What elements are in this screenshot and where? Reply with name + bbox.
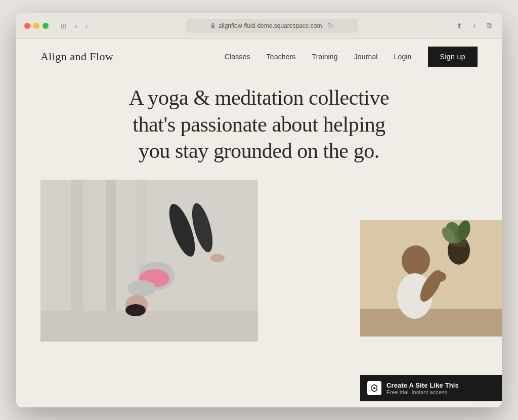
svg-point-13 bbox=[125, 304, 146, 316]
new-tab-button[interactable]: + bbox=[470, 20, 479, 31]
hero-headline: A yoga & meditation collective that's pa… bbox=[117, 85, 401, 164]
svg-point-11 bbox=[127, 280, 156, 297]
minimize-button[interactable] bbox=[33, 23, 39, 29]
nav-training[interactable]: Training bbox=[312, 53, 338, 61]
back-button[interactable]: ‹ bbox=[73, 21, 79, 31]
svg-point-22 bbox=[402, 245, 430, 276]
yoga-pose-image bbox=[40, 180, 258, 342]
hero-section: A yoga & meditation collective that's pa… bbox=[16, 74, 502, 180]
close-button[interactable] bbox=[24, 23, 30, 29]
address-bar-container: alignflow-fluid-demo.squarespace.com ↻ bbox=[96, 19, 448, 33]
squarespace-badge[interactable]: Create A Site Like This Free trial. Inst… bbox=[360, 375, 502, 401]
squarespace-badge-text: Create A Site Like This Free trial. Inst… bbox=[386, 382, 459, 395]
refresh-icon[interactable]: ↻ bbox=[328, 22, 333, 29]
svg-rect-0 bbox=[211, 25, 214, 28]
lock-icon bbox=[210, 23, 215, 29]
svg-rect-2 bbox=[71, 180, 83, 321]
browser-window: ⊞ ‹ › alignflow-fluid-demo.squarespace.c… bbox=[16, 13, 502, 407]
browser-chrome: ⊞ ‹ › alignflow-fluid-demo.squarespace.c… bbox=[16, 13, 502, 39]
svg-point-26 bbox=[434, 272, 446, 282]
images-section: Create A Site Like This Free trial. Inst… bbox=[16, 180, 502, 408]
svg-rect-3 bbox=[106, 180, 116, 321]
url-text: alignflow-fluid-demo.squarespace.com bbox=[219, 22, 322, 29]
copy-button[interactable]: ⧉ bbox=[485, 20, 494, 31]
svg-point-8 bbox=[210, 254, 225, 262]
squarespace-badge-subtitle: Free trial. Instant access. bbox=[386, 389, 459, 395]
nav-teachers[interactable]: Teachers bbox=[267, 53, 296, 61]
address-bar[interactable]: alignflow-fluid-demo.squarespace.com ↻ bbox=[186, 19, 358, 33]
nav-classes[interactable]: Classes bbox=[225, 53, 250, 61]
maximize-button[interactable] bbox=[42, 23, 49, 29]
svg-rect-5 bbox=[40, 311, 258, 342]
signup-button[interactable]: Sign up bbox=[428, 47, 478, 67]
nav-login[interactable]: Login bbox=[394, 53, 412, 61]
yoga-pose-illustration bbox=[40, 180, 258, 342]
nav-journal[interactable]: Journal bbox=[354, 53, 378, 61]
site-nav: Classes Teachers Training Journal Login … bbox=[225, 47, 478, 67]
website-content: Align and Flow Classes Teachers Training… bbox=[16, 39, 502, 407]
squarespace-badge-title: Create A Site Like This bbox=[386, 382, 459, 389]
window-controls: ⊞ ‹ › bbox=[59, 21, 90, 31]
site-logo: Align and Flow bbox=[40, 50, 113, 63]
meditation-illustration bbox=[360, 220, 502, 337]
site-header: Align and Flow Classes Teachers Training… bbox=[16, 39, 502, 74]
sidebar-toggle-button[interactable]: ⊞ bbox=[59, 21, 69, 31]
traffic-lights bbox=[24, 23, 49, 29]
svg-rect-16 bbox=[360, 309, 502, 337]
forward-button[interactable]: › bbox=[83, 21, 90, 31]
browser-actions: ⬆ + ⧉ bbox=[454, 20, 494, 31]
meditation-image bbox=[360, 220, 502, 337]
squarespace-logo-icon bbox=[370, 384, 379, 393]
share-button[interactable]: ⬆ bbox=[454, 20, 464, 31]
squarespace-logo bbox=[367, 381, 381, 395]
